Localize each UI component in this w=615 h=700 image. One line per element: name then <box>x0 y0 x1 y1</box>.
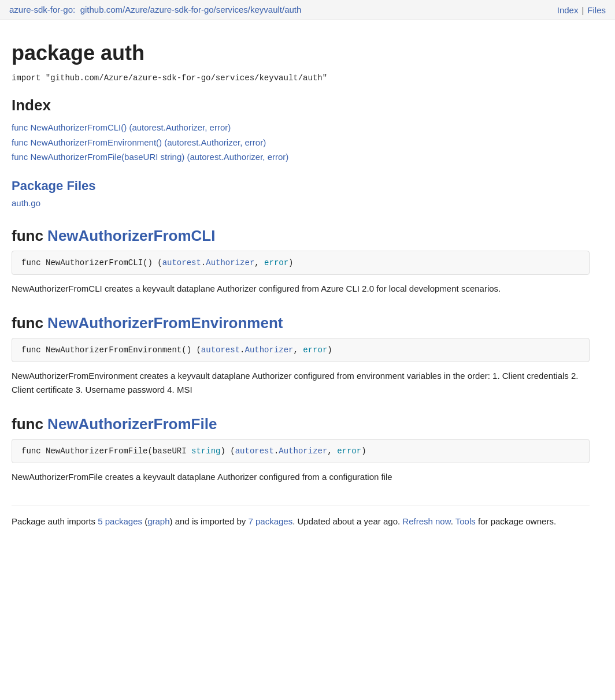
func-section-cli: func NewAuthorizerFromCLI func NewAuthor… <box>12 227 590 296</box>
footer-text-imported: ) and is imported by <box>170 516 249 526</box>
code-comma-file: , <box>327 446 337 456</box>
pkg-files-list: auth.go <box>12 198 590 208</box>
func-section-env: func NewAuthorizerFromEnvironment func N… <box>12 314 590 397</box>
code-comma-cli: , <box>254 258 264 267</box>
code-block-env: func NewAuthorizerFromEnvironment() (aut… <box>12 338 590 362</box>
pkg-files-heading: Package Files <box>12 178 590 193</box>
code-autorest-env[interactable]: autorest <box>201 345 240 355</box>
breadcrumb: azure-sdk-for-go: github.com/Azure/azure… <box>9 5 301 15</box>
code-authorizer-file[interactable]: Authorizer <box>279 446 327 456</box>
code-error-file[interactable]: error <box>337 446 361 456</box>
code-plain-cli: func NewAuthorizerFromCLI() ( <box>21 258 162 267</box>
page-title: package auth <box>12 41 590 65</box>
code-authorizer-env[interactable]: Authorizer <box>244 345 293 355</box>
main-content: package auth import "github.com/Azure/az… <box>0 20 601 552</box>
code-close-env: ) <box>327 345 332 355</box>
nav-files-link[interactable]: Files <box>587 5 606 15</box>
index-link-file[interactable]: func NewAuthorizerFromFile(baseURI strin… <box>12 150 590 165</box>
nav-separator: | <box>581 5 584 15</box>
func-section-file: func NewAuthorizerFromFile func NewAutho… <box>12 415 590 484</box>
code-dot-cli: . <box>201 258 206 267</box>
func-link-env[interactable]: NewAuthorizerFromEnvironment <box>47 314 283 332</box>
func-prefix-cli: func <box>12 227 47 244</box>
code-error-env[interactable]: error <box>303 345 327 355</box>
func-heading-cli: func NewAuthorizerFromCLI <box>12 227 590 245</box>
code-plain-file: func NewAuthorizerFromFile(baseURI <box>21 446 191 456</box>
func-prefix-file: func <box>12 415 47 433</box>
brand-link[interactable]: azure-sdk-for-go: <box>9 5 75 14</box>
breadcrumb-link[interactable]: github.com/Azure/azure-sdk-for-go/servic… <box>80 5 302 14</box>
index-link-cli[interactable]: func NewAuthorizerFromCLI() (autorest.Au… <box>12 120 590 135</box>
import-line: import "github.com/Azure/azure-sdk-for-g… <box>12 73 590 83</box>
code-autorest-cli[interactable]: autorest <box>162 258 201 267</box>
code-string-file[interactable]: string <box>191 446 220 456</box>
code-middle-file: ) ( <box>220 446 235 456</box>
func-desc-file: NewAuthorizerFromFile creates a keyvault… <box>12 470 590 484</box>
code-plain-env: func NewAuthorizerFromEnvironment() ( <box>21 345 201 355</box>
code-authorizer-cli[interactable]: Authorizer <box>206 258 254 267</box>
nav-index-link[interactable]: Index <box>557 5 579 15</box>
code-block-file: func NewAuthorizerFromFile(baseURI strin… <box>12 439 590 463</box>
footer-text-graph: ( <box>142 516 147 526</box>
footer-link-7packages[interactable]: 7 packages <box>248 516 292 526</box>
footer-link-refresh[interactable]: Refresh now <box>402 516 450 526</box>
index-link-env[interactable]: func NewAuthorizerFromEnvironment() (aut… <box>12 135 590 150</box>
footer-section: Package auth imports 5 packages (graph) … <box>12 505 590 529</box>
footer-link-5packages[interactable]: 5 packages <box>98 516 142 526</box>
code-close-cli: ) <box>288 258 293 267</box>
code-close-file: ) <box>361 446 366 456</box>
footer-link-graph[interactable]: graph <box>147 516 169 526</box>
footer-text-updated: . Updated about a year ago. <box>292 516 402 526</box>
index-links: func NewAuthorizerFromCLI() (autorest.Au… <box>12 120 590 165</box>
footer-text-before-5: Package auth imports <box>12 516 98 526</box>
footer-link-tools[interactable]: Tools <box>455 516 476 526</box>
func-prefix-env: func <box>12 314 47 332</box>
code-error-cli[interactable]: error <box>264 258 288 267</box>
footer-text-for: for package owners. <box>476 516 556 526</box>
func-desc-cli: NewAuthorizerFromCLI creates a keyvault … <box>12 282 590 296</box>
func-desc-env: NewAuthorizerFromEnvironment creates a k… <box>12 369 590 397</box>
func-heading-file: func NewAuthorizerFromFile <box>12 415 590 433</box>
index-heading: Index <box>12 96 590 114</box>
pkg-file-auth-go[interactable]: auth.go <box>12 198 40 208</box>
footer-text-tools: . <box>451 516 455 526</box>
top-nav: Index | Files <box>557 5 606 15</box>
func-link-cli[interactable]: NewAuthorizerFromCLI <box>47 227 215 244</box>
code-comma-env: , <box>294 345 303 355</box>
top-bar: azure-sdk-for-go: github.com/Azure/azure… <box>0 0 615 20</box>
code-autorest-file[interactable]: autorest <box>235 446 274 456</box>
func-link-file[interactable]: NewAuthorizerFromFile <box>47 415 217 433</box>
func-heading-env: func NewAuthorizerFromEnvironment <box>12 314 590 332</box>
code-block-cli: func NewAuthorizerFromCLI() (autorest.Au… <box>12 251 590 275</box>
